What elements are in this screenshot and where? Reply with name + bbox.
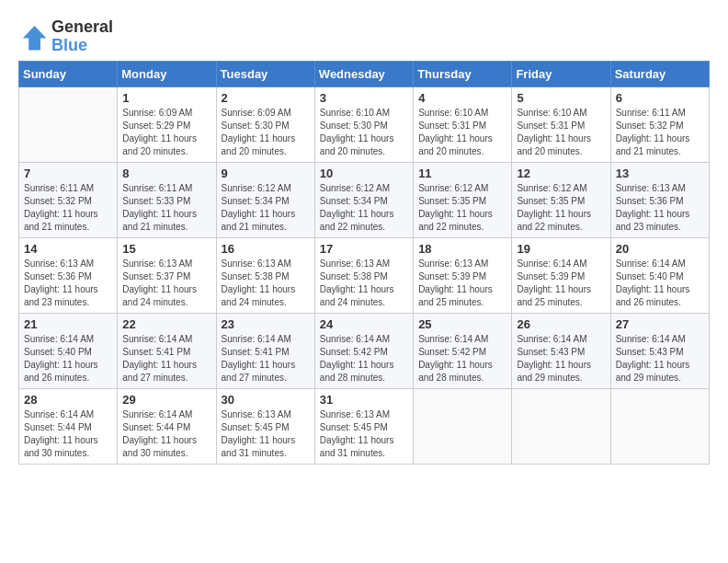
day-number: 24 <box>320 317 408 331</box>
calendar-cell: 5Sunrise: 6:10 AM Sunset: 5:31 PM Daylig… <box>512 86 610 162</box>
day-info: Sunrise: 6:13 AM Sunset: 5:39 PM Dayligh… <box>418 258 506 309</box>
calendar-cell: 3Sunrise: 6:10 AM Sunset: 5:30 PM Daylig… <box>314 86 413 162</box>
day-info: Sunrise: 6:14 AM Sunset: 5:43 PM Dayligh… <box>517 333 605 385</box>
calendar-cell <box>610 388 709 464</box>
calendar-cell <box>19 86 118 162</box>
calendar-header-thursday: Thursday <box>414 61 512 86</box>
day-number: 10 <box>320 167 408 180</box>
calendar-cell: 4Sunrise: 6:10 AM Sunset: 5:31 PM Daylig… <box>414 86 512 162</box>
day-number: 2 <box>222 91 310 105</box>
day-number: 26 <box>517 317 605 331</box>
calendar-cell <box>512 388 610 464</box>
day-number: 5 <box>517 91 605 105</box>
calendar-cell: 10Sunrise: 6:12 AM Sunset: 5:34 PM Dayli… <box>314 162 413 237</box>
day-info: Sunrise: 6:13 AM Sunset: 5:45 PM Dayligh… <box>222 408 310 460</box>
calendar-header-saturday: Saturday <box>610 61 709 86</box>
calendar-cell: 8Sunrise: 6:11 AM Sunset: 5:33 PM Daylig… <box>118 162 216 237</box>
day-info: Sunrise: 6:12 AM Sunset: 5:35 PM Dayligh… <box>418 182 506 234</box>
day-number: 3 <box>320 91 408 105</box>
calendar-week-row: 14Sunrise: 6:13 AM Sunset: 5:36 PM Dayli… <box>19 237 710 313</box>
calendar-week-row: 21Sunrise: 6:14 AM Sunset: 5:40 PM Dayli… <box>19 313 710 388</box>
logo-icon <box>18 22 48 52</box>
day-number: 14 <box>24 242 112 256</box>
calendar-cell <box>414 388 512 464</box>
calendar-cell: 12Sunrise: 6:12 AM Sunset: 5:35 PM Dayli… <box>512 162 610 237</box>
day-number: 19 <box>517 242 605 256</box>
day-info: Sunrise: 6:11 AM Sunset: 5:32 PM Dayligh… <box>24 182 112 234</box>
calendar-cell: 29Sunrise: 6:14 AM Sunset: 5:44 PM Dayli… <box>118 388 216 464</box>
day-info: Sunrise: 6:14 AM Sunset: 5:41 PM Dayligh… <box>122 333 210 385</box>
day-info: Sunrise: 6:10 AM Sunset: 5:31 PM Dayligh… <box>517 107 605 158</box>
day-info: Sunrise: 6:14 AM Sunset: 5:39 PM Dayligh… <box>517 258 605 309</box>
day-info: Sunrise: 6:13 AM Sunset: 5:36 PM Dayligh… <box>24 258 112 309</box>
calendar-cell: 18Sunrise: 6:13 AM Sunset: 5:39 PM Dayli… <box>414 237 512 313</box>
calendar-cell: 11Sunrise: 6:12 AM Sunset: 5:35 PM Dayli… <box>414 162 512 237</box>
day-number: 6 <box>616 91 704 105</box>
day-number: 1 <box>122 91 210 105</box>
calendar-cell: 26Sunrise: 6:14 AM Sunset: 5:43 PM Dayli… <box>512 313 610 388</box>
day-info: Sunrise: 6:14 AM Sunset: 5:44 PM Dayligh… <box>24 408 112 460</box>
calendar-cell: 24Sunrise: 6:14 AM Sunset: 5:42 PM Dayli… <box>314 313 413 388</box>
day-number: 4 <box>418 91 506 105</box>
day-info: Sunrise: 6:13 AM Sunset: 5:45 PM Dayligh… <box>320 408 408 460</box>
calendar-cell: 14Sunrise: 6:13 AM Sunset: 5:36 PM Dayli… <box>19 237 118 313</box>
day-number: 16 <box>222 242 310 256</box>
day-number: 8 <box>122 167 210 180</box>
calendar-cell: 28Sunrise: 6:14 AM Sunset: 5:44 PM Dayli… <box>19 388 118 464</box>
day-info: Sunrise: 6:12 AM Sunset: 5:35 PM Dayligh… <box>517 182 605 234</box>
logo: General Blue <box>18 18 113 55</box>
calendar-cell: 1Sunrise: 6:09 AM Sunset: 5:29 PM Daylig… <box>118 86 216 162</box>
calendar-table: SundayMondayTuesdayWednesdayThursdayFrid… <box>18 61 710 465</box>
day-info: Sunrise: 6:14 AM Sunset: 5:42 PM Dayligh… <box>320 333 408 385</box>
calendar-header-friday: Friday <box>512 61 610 86</box>
calendar-body: 1Sunrise: 6:09 AM Sunset: 5:29 PM Daylig… <box>19 86 710 464</box>
day-info: Sunrise: 6:10 AM Sunset: 5:30 PM Dayligh… <box>320 107 408 158</box>
day-number: 12 <box>517 167 605 180</box>
day-number: 11 <box>418 167 506 180</box>
page-header: General Blue <box>18 18 710 55</box>
day-number: 22 <box>122 317 210 331</box>
day-number: 30 <box>222 393 310 407</box>
calendar-cell: 9Sunrise: 6:12 AM Sunset: 5:34 PM Daylig… <box>216 162 314 237</box>
day-info: Sunrise: 6:12 AM Sunset: 5:34 PM Dayligh… <box>222 182 310 234</box>
day-number: 29 <box>122 393 210 407</box>
day-info: Sunrise: 6:11 AM Sunset: 5:32 PM Dayligh… <box>616 107 704 158</box>
calendar-header-monday: Monday <box>118 61 216 86</box>
day-number: 21 <box>24 317 112 331</box>
day-info: Sunrise: 6:13 AM Sunset: 5:38 PM Dayligh… <box>222 258 310 309</box>
day-number: 18 <box>418 242 506 256</box>
calendar-cell: 7Sunrise: 6:11 AM Sunset: 5:32 PM Daylig… <box>19 162 118 237</box>
calendar-cell: 19Sunrise: 6:14 AM Sunset: 5:39 PM Dayli… <box>512 237 610 313</box>
calendar-cell: 15Sunrise: 6:13 AM Sunset: 5:37 PM Dayli… <box>118 237 216 313</box>
calendar-header-row: SundayMondayTuesdayWednesdayThursdayFrid… <box>19 61 710 86</box>
calendar-week-row: 28Sunrise: 6:14 AM Sunset: 5:44 PM Dayli… <box>19 388 710 464</box>
calendar-cell: 20Sunrise: 6:14 AM Sunset: 5:40 PM Dayli… <box>610 237 709 313</box>
calendar-cell: 23Sunrise: 6:14 AM Sunset: 5:41 PM Dayli… <box>216 313 314 388</box>
logo-text: General Blue <box>51 18 113 55</box>
day-info: Sunrise: 6:13 AM Sunset: 5:38 PM Dayligh… <box>320 258 408 309</box>
day-info: Sunrise: 6:11 AM Sunset: 5:33 PM Dayligh… <box>122 182 210 234</box>
day-info: Sunrise: 6:14 AM Sunset: 5:41 PM Dayligh… <box>222 333 310 385</box>
day-info: Sunrise: 6:09 AM Sunset: 5:30 PM Dayligh… <box>222 107 310 158</box>
day-number: 23 <box>222 317 310 331</box>
calendar-header-sunday: Sunday <box>19 61 118 86</box>
day-number: 9 <box>222 167 310 180</box>
day-info: Sunrise: 6:14 AM Sunset: 5:40 PM Dayligh… <box>24 333 112 385</box>
day-info: Sunrise: 6:14 AM Sunset: 5:40 PM Dayligh… <box>616 258 704 309</box>
calendar-cell: 25Sunrise: 6:14 AM Sunset: 5:42 PM Dayli… <box>414 313 512 388</box>
day-number: 27 <box>616 317 704 331</box>
day-number: 15 <box>122 242 210 256</box>
day-number: 13 <box>616 167 704 180</box>
calendar-cell: 31Sunrise: 6:13 AM Sunset: 5:45 PM Dayli… <box>314 388 413 464</box>
calendar-header-wednesday: Wednesday <box>314 61 413 86</box>
calendar-cell: 6Sunrise: 6:11 AM Sunset: 5:32 PM Daylig… <box>610 86 709 162</box>
calendar-cell: 30Sunrise: 6:13 AM Sunset: 5:45 PM Dayli… <box>216 388 314 464</box>
day-info: Sunrise: 6:12 AM Sunset: 5:34 PM Dayligh… <box>320 182 408 234</box>
calendar-cell: 22Sunrise: 6:14 AM Sunset: 5:41 PM Dayli… <box>118 313 216 388</box>
day-number: 25 <box>418 317 506 331</box>
day-number: 7 <box>24 167 112 180</box>
day-number: 20 <box>616 242 704 256</box>
day-info: Sunrise: 6:13 AM Sunset: 5:37 PM Dayligh… <box>122 258 210 309</box>
day-number: 31 <box>320 393 408 407</box>
day-info: Sunrise: 6:14 AM Sunset: 5:43 PM Dayligh… <box>616 333 704 385</box>
